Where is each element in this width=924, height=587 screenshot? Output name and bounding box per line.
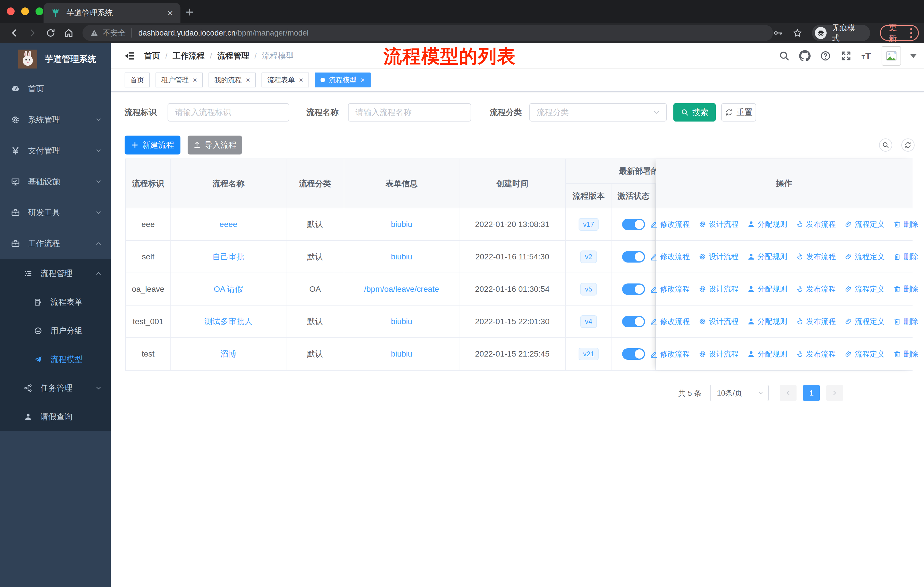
modify-process-link[interactable]: 修改流程 <box>650 219 690 229</box>
active-toggle[interactable] <box>622 348 645 360</box>
process-name-link[interactable]: 滔博 <box>221 349 237 359</box>
form-info-link[interactable]: /bpm/oa/leave/create <box>364 284 439 294</box>
active-toggle[interactable] <box>622 283 645 295</box>
sidebar-item-process-management[interactable]: 流程管理 <box>0 259 111 288</box>
tag-my-process[interactable]: 我的流程× <box>208 73 256 88</box>
zoom-window-button[interactable] <box>36 7 43 15</box>
publish-process-link[interactable]: 发布流程 <box>796 316 836 326</box>
browser-tab[interactable]: 芋道管理系统 × <box>43 3 180 23</box>
refresh-circle-button[interactable] <box>901 139 914 152</box>
tag-process-form[interactable]: 流程表单× <box>261 73 309 88</box>
publish-process-link[interactable]: 发布流程 <box>796 284 836 294</box>
close-icon[interactable]: × <box>299 76 303 84</box>
publish-process-link[interactable]: 发布流程 <box>796 349 836 359</box>
sidebar-item-workflow[interactable]: 工作流程 <box>0 228 111 259</box>
sidebar-item-payment[interactable]: 支付管理 <box>0 135 111 166</box>
bookmark-star-icon[interactable] <box>792 28 802 38</box>
design-process-link[interactable]: 设计流程 <box>699 219 739 229</box>
kebab-menu-icon[interactable] <box>910 28 912 38</box>
tag-tenant[interactable]: 租户管理× <box>155 73 203 88</box>
process-name-link[interactable]: 自己审批 <box>213 251 244 262</box>
process-definition-link[interactable]: 流程定义 <box>845 316 885 326</box>
sidebar-item-infrastructure[interactable]: 基础设施 <box>0 166 111 197</box>
show-search-circle-button[interactable] <box>879 139 892 152</box>
tab-close-icon[interactable]: × <box>167 8 173 18</box>
breadcrumb-process-management[interactable]: 流程管理 <box>218 50 249 61</box>
next-page-button[interactable] <box>826 385 843 401</box>
modify-process-link[interactable]: 修改流程 <box>650 251 690 262</box>
close-icon[interactable]: × <box>193 76 197 84</box>
process-name-input[interactable] <box>348 103 471 122</box>
design-process-link[interactable]: 设计流程 <box>699 251 739 262</box>
page-number-current[interactable]: 1 <box>803 385 820 401</box>
process-definition-link[interactable]: 流程定义 <box>845 251 885 262</box>
delete-link[interactable]: 删除 <box>893 219 919 229</box>
delete-link[interactable]: 删除 <box>893 316 919 326</box>
active-toggle[interactable] <box>622 251 645 263</box>
sidebar-item-leave-query[interactable]: 请假查询 <box>0 402 111 431</box>
back-icon[interactable] <box>5 28 23 38</box>
search-icon[interactable] <box>779 50 790 62</box>
fullscreen-icon[interactable] <box>840 50 852 62</box>
search-button[interactable]: 搜索 <box>673 103 716 122</box>
close-window-button[interactable] <box>7 7 15 15</box>
page-size-select[interactable]: 10条/页 <box>710 385 769 401</box>
design-process-link[interactable]: 设计流程 <box>699 316 739 326</box>
avatar-caret-icon[interactable] <box>910 54 917 58</box>
breadcrumb-home[interactable]: 首页 <box>144 50 160 61</box>
reset-button[interactable]: 重置 <box>721 103 756 122</box>
tag-home[interactable]: 首页 <box>125 73 150 88</box>
user-avatar[interactable] <box>882 46 901 66</box>
form-info-link[interactable]: biubiu <box>391 220 412 229</box>
modify-process-link[interactable]: 修改流程 <box>650 284 690 294</box>
form-info-link[interactable]: biubiu <box>391 317 412 326</box>
close-icon[interactable]: × <box>361 76 365 84</box>
help-icon[interactable] <box>820 50 831 62</box>
process-definition-link[interactable]: 流程定义 <box>845 349 885 359</box>
forward-icon[interactable] <box>23 28 41 38</box>
close-icon[interactable]: × <box>246 76 250 84</box>
modify-process-link[interactable]: 修改流程 <box>650 349 690 359</box>
home-icon[interactable] <box>59 28 78 38</box>
font-size-icon[interactable] <box>861 50 873 62</box>
assign-rule-link[interactable]: 分配规则 <box>747 284 787 294</box>
form-info-link[interactable]: biubiu <box>391 349 412 359</box>
assign-rule-link[interactable]: 分配规则 <box>747 219 787 229</box>
delete-link[interactable]: 删除 <box>893 251 919 262</box>
tag-process-model-active[interactable]: 流程模型× <box>315 73 371 88</box>
password-key-icon[interactable] <box>773 28 783 38</box>
assign-rule-link[interactable]: 分配规则 <box>747 316 787 326</box>
prev-page-button[interactable] <box>780 385 797 401</box>
new-tab-button[interactable]: + <box>186 4 194 20</box>
sidebar-item-devtools[interactable]: 研发工具 <box>0 197 111 228</box>
minimize-window-button[interactable] <box>21 7 29 15</box>
create-process-button[interactable]: 新建流程 <box>125 136 180 154</box>
reload-icon[interactable] <box>41 28 59 38</box>
active-toggle[interactable] <box>622 316 645 327</box>
publish-process-link[interactable]: 发布流程 <box>796 219 836 229</box>
sidebar-item-process-model[interactable]: 流程模型 <box>0 345 111 374</box>
modify-process-link[interactable]: 修改流程 <box>650 316 690 326</box>
design-process-link[interactable]: 设计流程 <box>699 284 739 294</box>
import-process-button[interactable]: 导入流程 <box>188 136 242 154</box>
design-process-link[interactable]: 设计流程 <box>699 349 739 359</box>
sidebar-item-system[interactable]: 系统管理 <box>0 104 111 135</box>
github-icon[interactable] <box>799 50 810 62</box>
sidebar-collapse-icon[interactable] <box>124 50 135 62</box>
sidebar-logo[interactable]: 芋道管理系统 <box>0 43 111 71</box>
browser-update-menu[interactable]: 更新 <box>880 25 919 41</box>
address-bar[interactable]: 不安全 dashboard.yudao.iocoder.cn /bpm/mana… <box>82 25 773 41</box>
sidebar-item-process-form[interactable]: 流程表单 <box>0 288 111 316</box>
publish-process-link[interactable]: 发布流程 <box>796 251 836 262</box>
breadcrumb-workflow[interactable]: 工作流程 <box>173 50 205 61</box>
form-info-link[interactable]: biubiu <box>391 252 412 261</box>
sidebar-item-task-management[interactable]: 任务管理 <box>0 374 111 402</box>
process-name-link[interactable]: 测试多审批人 <box>205 316 252 327</box>
assign-rule-link[interactable]: 分配规则 <box>747 349 787 359</box>
process-key-input[interactable] <box>168 103 289 122</box>
delete-link[interactable]: 删除 <box>893 284 919 294</box>
process-name-link[interactable]: OA 请假 <box>214 284 243 294</box>
assign-rule-link[interactable]: 分配规则 <box>747 251 787 262</box>
category-select[interactable]: 流程分类 <box>529 103 667 122</box>
process-name-link[interactable]: eeee <box>219 220 237 229</box>
